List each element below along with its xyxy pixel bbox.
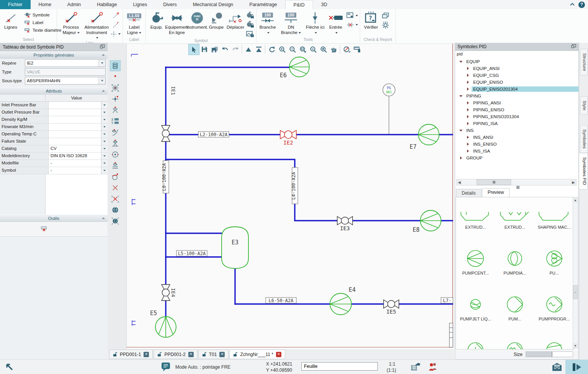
- refresh-view-button[interactable]: [266, 44, 277, 55]
- symbol-preview-pumpprogr[interactable]: PUMPPROGR...: [534, 284, 574, 330]
- expand-icon[interactable]: [467, 150, 469, 153]
- snap-tangent-button[interactable]: [110, 172, 120, 182]
- expand-icon[interactable]: [467, 81, 469, 84]
- measure-button[interactable]: [341, 44, 352, 55]
- snap-nearest-button[interactable]: [110, 138, 120, 148]
- tree-item-equip-csg[interactable]: EQUIP_CSG: [455, 72, 578, 79]
- symbol-preview-pumpdia[interactable]: PUMPDIA...: [495, 238, 535, 284]
- ruler-button[interactable]: [352, 44, 362, 55]
- valve-ie5[interactable]: [384, 300, 399, 308]
- chevron-down-icon[interactable]: [101, 167, 108, 174]
- symbol-preview-pumprecipr[interactable]: PUMPRECIPR...: [456, 330, 495, 350]
- symbol-preview-area[interactable]: EXTRUD... EXTRUD... SHAPING MAC... PUMPC…: [456, 197, 574, 350]
- delete-label-tool-button[interactable]: [40, 225, 48, 233]
- close-tab-icon[interactable]: ✕: [188, 352, 194, 357]
- redo-button[interactable]: [230, 44, 240, 55]
- snap-relative-button[interactable]: XYRA: [110, 194, 120, 204]
- deplacer-button[interactable]: Déplacer: [226, 10, 245, 30]
- snap-node-button[interactable]: [110, 83, 120, 93]
- lignes-button[interactable]: Lignes: [1, 10, 20, 30]
- save-button[interactable]: [199, 44, 209, 55]
- vessel-e3[interactable]: [222, 227, 248, 268]
- texte-diametre-button[interactable]: Texte diamètre: [23, 26, 62, 34]
- export-table-icon[interactable]: [410, 362, 421, 373]
- close-tab-icon[interactable]: ✕: [219, 352, 225, 357]
- snap-on-curve-button[interactable]: [110, 127, 120, 137]
- zoom-out-button[interactable]: [287, 44, 297, 55]
- expand-icon[interactable]: [467, 67, 469, 70]
- valve-ie3[interactable]: [337, 216, 353, 225]
- undock-panel-icon[interactable]: [571, 44, 576, 49]
- snap-endpoint-button[interactable]: [110, 105, 120, 115]
- expand-icon[interactable]: [467, 115, 469, 118]
- repere-combobox[interactable]: IE2: [25, 59, 106, 67]
- entree-button[interactable]: Entrée: [326, 10, 345, 35]
- label-ligne-button[interactable]: L1-50 Label Ligne: [124, 10, 144, 35]
- snap-off-button[interactable]: [110, 183, 120, 193]
- dashed-line2-button[interactable]: [109, 20, 121, 29]
- chevron-down-icon[interactable]: [101, 109, 108, 116]
- pump-e4[interactable]: [330, 293, 351, 315]
- symbol-preview-pum1[interactable]: PUM...: [495, 284, 535, 330]
- valve-ie1[interactable]: [162, 125, 170, 141]
- expand-icon[interactable]: [460, 156, 462, 159]
- sheet-name-input[interactable]: [301, 362, 378, 371]
- expand-icon[interactable]: [467, 143, 469, 146]
- tree-item-equip-ansi[interactable]: EQUIP_ANSI: [455, 65, 578, 72]
- symbole-button[interactable]: Symbole: [23, 11, 62, 18]
- pump-e8[interactable]: [420, 210, 441, 231]
- tab-3d[interactable]: 3D: [313, 0, 335, 9]
- chevron-down-icon[interactable]: [98, 77, 105, 84]
- symbol-preview-extruder1[interactable]: EXTRUD...: [456, 197, 495, 238]
- snap-center-button[interactable]: [110, 150, 120, 159]
- run-mode-button[interactable]: [565, 360, 588, 374]
- insert-inline-button[interactable]: [345, 20, 359, 29]
- tree-item-piping[interactable]: PIPING: [455, 93, 578, 99]
- side-tab-symboles-pid[interactable]: Symboles PID: [579, 153, 588, 189]
- collapse-icon[interactable]: [459, 95, 462, 97]
- branche-button[interactable]: 100 Branche: [258, 10, 278, 35]
- collapse-ribbon-icon[interactable]: [569, 2, 575, 8]
- scrollbar-thumb[interactable]: [477, 179, 511, 185]
- chevron-down-icon[interactable]: [98, 60, 105, 67]
- snap-coordinates-button[interactable]: XY: [110, 116, 120, 126]
- section-header-attributs[interactable]: Attributs: [0, 87, 108, 94]
- alimentation-instrument-button[interactable]: Alimentation Instrument: [84, 10, 109, 41]
- symbol-preview-shaping-machine[interactable]: SHAPING MAC...: [534, 197, 574, 238]
- scrollbar-thumb[interactable]: ≡: [573, 285, 578, 299]
- zoom-previous-button[interactable]: [308, 44, 318, 55]
- preview-vertical-scrollbar[interactable]: ▲ ≡ ▼: [573, 197, 578, 349]
- doc-tab-zchngnr-11[interactable]: ZchngNr___11 * ✕: [229, 350, 285, 359]
- process-majeur-button[interactable]: Process Majeur: [58, 10, 84, 35]
- equip-button[interactable]: Equip.: [147, 10, 166, 30]
- users-icon[interactable]: [428, 362, 438, 373]
- symbol-preview-compress[interactable]: COMPRESS...: [534, 330, 574, 350]
- dashed-line-button[interactable]: [109, 11, 121, 20]
- expand-icon[interactable]: [467, 88, 469, 91]
- doc-tab-ppd001-1[interactable]: PPD001-1 ✕: [109, 350, 153, 359]
- label-button[interactable]: Label: [23, 19, 62, 26]
- pan-button[interactable]: [328, 44, 339, 55]
- collapse-icon[interactable]: [459, 130, 462, 132]
- chevron-down-icon[interactable]: [101, 153, 108, 159]
- tab-divers[interactable]: Divers: [155, 0, 185, 9]
- chevron-down-icon[interactable]: [101, 160, 108, 167]
- scroll-down-icon[interactable]: ▼: [573, 343, 578, 348]
- tree-item-equip[interactable]: EQUIP: [455, 58, 578, 65]
- tree-horizontal-scrollbar[interactable]: ◀ ▶: [456, 179, 577, 185]
- close-tab-icon[interactable]: ✕: [276, 352, 281, 357]
- reports-button[interactable]: [381, 11, 390, 20]
- fleche-ici-button[interactable]: Flèche ici: [304, 10, 326, 35]
- tab-home[interactable]: Home: [31, 0, 59, 9]
- symbol-preview-extruder2[interactable]: EXTRUD...: [495, 197, 535, 238]
- side-tab-symboles[interactable]: Symboles: [580, 125, 588, 153]
- tab-pid[interactable]: P&ID: [285, 0, 313, 9]
- tab-mechanical-design[interactable]: Mechanical Design: [185, 0, 242, 9]
- collapse-icon[interactable]: [459, 61, 462, 63]
- tab-lignes[interactable]: Lignes: [125, 0, 155, 9]
- groupe-button[interactable]: Groupe: [207, 10, 226, 30]
- verifier-button[interactable]: ? Vérifier: [361, 10, 381, 30]
- undock-panel-icon[interactable]: [100, 44, 105, 50]
- section-header-outils[interactable]: Outils: [0, 215, 108, 222]
- pointer-mode-icon[interactable]: [5, 362, 14, 372]
